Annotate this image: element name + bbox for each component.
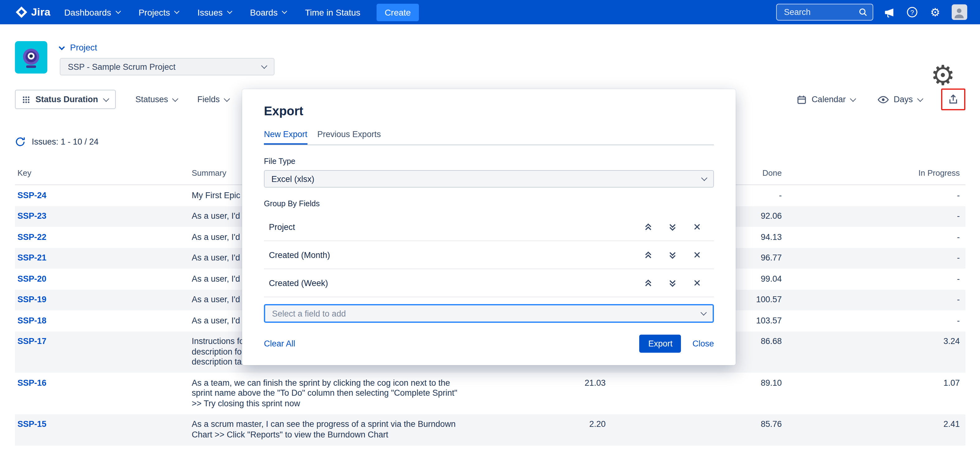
issue-key-link[interactable]: SSP-24 [18, 190, 46, 200]
done-value-cell: 85.76 [606, 414, 782, 445]
move-top-button[interactable] [640, 275, 657, 291]
nav-item-boards[interactable]: Boards [250, 7, 286, 17]
dialog-tabs: New Export Previous Exports [264, 129, 714, 145]
chevron-down-icon [172, 95, 178, 102]
double-chevron-up-icon [644, 278, 653, 287]
inprogress-value-cell: - [782, 248, 965, 268]
issue-key-link[interactable]: SSP-15 [18, 419, 46, 429]
toolbar-right: Calendar Days [797, 88, 965, 110]
inprogress-value-cell: 1.07 [782, 373, 965, 414]
nav-item-issues[interactable]: Issues [197, 7, 231, 17]
dialog-footer: Clear All Export Close [264, 335, 714, 353]
refresh-icon[interactable] [15, 136, 25, 147]
summary-cell: As a team, we can finish the sprint by c… [192, 373, 466, 414]
issue-key-link[interactable]: SSP-18 [18, 316, 46, 325]
search-icon [858, 8, 867, 17]
inprogress-value-cell: 3.24 [782, 331, 965, 373]
inprogress-value-cell: - [782, 185, 965, 206]
tab-previous-exports[interactable]: Previous Exports [317, 129, 381, 145]
eye-icon [877, 96, 888, 103]
project-avatar[interactable] [15, 41, 47, 73]
inprogress-value-cell: - [782, 206, 965, 227]
issue-key-link[interactable]: SSP-16 [18, 378, 46, 387]
nav-item-projects[interactable]: Projects [138, 7, 179, 17]
double-chevron-down-icon [668, 278, 677, 287]
page-settings-gear-icon[interactable]: ⚙ [931, 62, 955, 89]
nav-item-label: Projects [138, 7, 170, 17]
user-avatar[interactable] [951, 4, 967, 20]
project-avatar-image [15, 41, 47, 73]
chevron-down-icon [850, 95, 856, 102]
top-nav: Jira Dashboards Projects Issues Boards T… [0, 0, 980, 24]
unit-dropdown[interactable]: Days [877, 95, 922, 104]
announcement-icon[interactable] [882, 5, 896, 19]
add-field-placeholder: Select a field to add [272, 309, 346, 318]
nav-item-time-in-status[interactable]: Time in Status [305, 7, 360, 17]
issue-key-link[interactable]: SSP-19 [18, 295, 46, 304]
remove-field-button[interactable] [688, 219, 705, 235]
double-chevron-up-icon [644, 222, 653, 232]
move-bottom-button[interactable] [664, 275, 681, 291]
move-top-button[interactable] [640, 219, 657, 235]
create-button[interactable]: Create [377, 3, 419, 21]
move-top-button[interactable] [640, 246, 657, 263]
move-bottom-button[interactable] [664, 246, 681, 263]
search-input[interactable] [783, 7, 858, 18]
extra-value-cell: 2.20 [466, 414, 606, 445]
nav-item-label: Issues [197, 7, 223, 17]
remove-field-button[interactable] [688, 246, 705, 263]
toolbar-export-button[interactable] [941, 88, 965, 110]
nav-item-label: Dashboards [64, 7, 111, 17]
project-breadcrumb[interactable]: Project [60, 42, 275, 52]
file-type-select[interactable]: Excel (xlsx) [264, 170, 714, 188]
help-icon[interactable]: ? [905, 5, 919, 19]
project-selector[interactable]: SSP - Sample Scrum Project [60, 58, 275, 75]
clear-all-link[interactable]: Clear All [264, 339, 295, 348]
issue-key-link[interactable]: SSP-20 [18, 274, 46, 283]
nav-right: ? ⚙ [776, 4, 967, 21]
nav-item-label: Boards [250, 7, 278, 17]
unit-label: Days [894, 95, 913, 104]
issue-key-link[interactable]: SSP-22 [18, 232, 46, 241]
issue-key-link[interactable]: SSP-17 [18, 337, 46, 346]
add-field-select[interactable]: Select a field to add [264, 304, 714, 323]
issue-key-link[interactable]: SSP-21 [18, 253, 46, 262]
dialog-title: Export [264, 104, 714, 118]
tab-new-export[interactable]: New Export [264, 129, 307, 145]
calendar-label: Calendar [811, 95, 846, 104]
inprogress-value-cell: - [782, 268, 965, 289]
chevron-down-icon [224, 95, 230, 102]
chevron-down-icon [701, 175, 707, 181]
project-header: Project SSP - Sample Scrum Project ⚙ [0, 24, 980, 75]
breadcrumb-label: Project [70, 42, 97, 52]
double-chevron-up-icon [644, 250, 653, 260]
double-chevron-down-icon [668, 222, 677, 232]
nav-item-dashboards[interactable]: Dashboards [64, 7, 120, 17]
group-field-label: Project [264, 222, 640, 232]
move-bottom-button[interactable] [664, 219, 681, 235]
view-selector-button[interactable]: Status Duration [15, 90, 115, 109]
issue-key-link[interactable]: SSP-23 [18, 211, 46, 220]
jira-logo[interactable]: Jira [15, 6, 51, 19]
chevron-down-icon [700, 310, 707, 316]
chevron-down-icon [103, 95, 109, 102]
project-meta: Project SSP - Sample Scrum Project [60, 41, 275, 75]
close-link[interactable]: Close [692, 339, 714, 348]
inprogress-value-cell: - [782, 310, 965, 331]
table-row: SSP-15 As a scrum master, I can see the … [15, 414, 965, 445]
remove-field-button[interactable] [688, 275, 705, 291]
summary-cell: As a scrum master, I can see the progres… [192, 414, 466, 445]
settings-icon[interactable]: ⚙ [928, 5, 942, 19]
screen: Jira Dashboards Projects Issues Boards T… [0, 0, 980, 463]
jira-logo-icon [15, 6, 28, 19]
statuses-dropdown[interactable]: Statuses [135, 95, 177, 104]
calendar-dropdown[interactable]: Calendar [797, 94, 855, 104]
extra-value-cell: 21.03 [466, 373, 606, 414]
fields-dropdown[interactable]: Fields [197, 95, 229, 104]
nav-items: Dashboards Projects Issues Boards Time i… [64, 7, 360, 17]
grid-icon [22, 96, 30, 103]
issues-count-label: Issues: 1 - 10 / 24 [32, 137, 99, 147]
x-icon [692, 251, 701, 259]
table-row: SSP-16 As a team, we can finish the spri… [15, 373, 965, 414]
export-submit-button[interactable]: Export [640, 335, 681, 353]
